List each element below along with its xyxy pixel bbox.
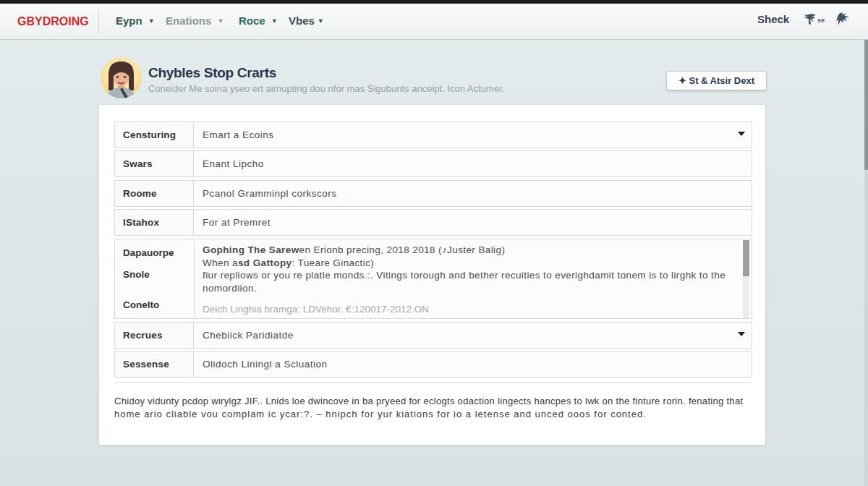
- svg-text:se: se: [817, 17, 825, 24]
